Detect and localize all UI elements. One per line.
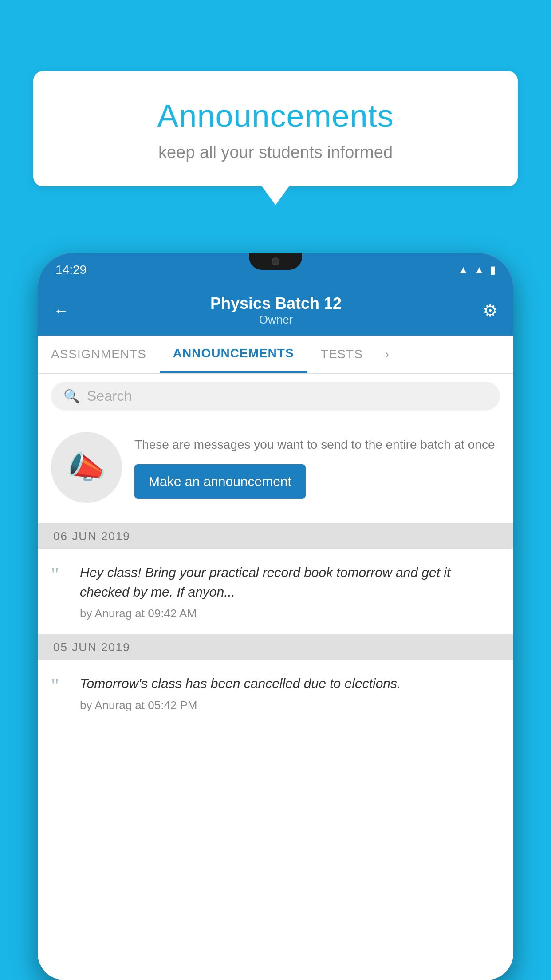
search-placeholder: Search bbox=[87, 388, 132, 404]
tab-assignments[interactable]: ASSIGNMENTS bbox=[38, 336, 160, 372]
announcement-text-block-1: Hey class! Bring your practical record b… bbox=[80, 563, 500, 620]
promo-icon-circle: 📣 bbox=[51, 432, 122, 503]
phone-frame: 14:29 ▲ ▲ ▮ ← Physics Batch 12 Owner ⚙ A… bbox=[38, 253, 513, 980]
promo-right: These are messages you want to send to t… bbox=[134, 436, 500, 498]
tabs-bar: ASSIGNMENTS ANNOUNCEMENTS TESTS › bbox=[38, 336, 513, 374]
quote-icon-2: " bbox=[51, 676, 71, 695]
search-bar: 🔍 Search bbox=[38, 374, 513, 419]
speech-bubble: Announcements keep all your students inf… bbox=[33, 71, 518, 186]
tabs-more[interactable]: › bbox=[376, 336, 398, 372]
make-announcement-button[interactable]: Make an announcement bbox=[134, 464, 306, 499]
settings-icon[interactable]: ⚙ bbox=[483, 301, 498, 320]
search-icon: 🔍 bbox=[63, 388, 80, 404]
notch bbox=[249, 253, 302, 270]
bubble-subtitle: keep all your students informed bbox=[55, 143, 496, 162]
megaphone-icon: 📣 bbox=[67, 449, 106, 486]
quote-icon-1: " bbox=[51, 565, 71, 585]
date-separator-june6: 06 JUN 2019 bbox=[38, 523, 513, 549]
announcement-meta-2: by Anurag at 05:42 PM bbox=[80, 699, 500, 712]
tab-announcements[interactable]: ANNOUNCEMENTS bbox=[160, 336, 307, 373]
batch-title: Physics Batch 12 bbox=[210, 294, 342, 313]
status-icons: ▲ ▲ ▮ bbox=[458, 264, 496, 276]
header-title-block: Physics Batch 12 Owner bbox=[210, 294, 342, 327]
announcement-text-1: Hey class! Bring your practical record b… bbox=[80, 563, 500, 601]
announcement-item-2: " Tomorrow's class has been cancelled du… bbox=[38, 660, 513, 726]
back-button[interactable]: ← bbox=[53, 301, 69, 320]
search-field[interactable]: 🔍 Search bbox=[51, 382, 500, 411]
status-bar: 14:29 ▲ ▲ ▮ bbox=[38, 253, 513, 286]
signal-icon: ▲ bbox=[474, 264, 484, 276]
tab-tests[interactable]: TESTS bbox=[307, 336, 376, 372]
promo-description: These are messages you want to send to t… bbox=[134, 436, 500, 453]
wifi-icon: ▲ bbox=[458, 264, 468, 276]
announcement-text-2: Tomorrow's class has been cancelled due … bbox=[80, 674, 500, 693]
announcement-meta-1: by Anurag at 09:42 AM bbox=[80, 607, 500, 620]
announcement-item-1: " Hey class! Bring your practical record… bbox=[38, 549, 513, 634]
promo-card: 📣 These are messages you want to send to… bbox=[38, 419, 513, 521]
bubble-title: Announcements bbox=[55, 98, 496, 134]
status-time: 14:29 bbox=[55, 263, 87, 277]
battery-icon: ▮ bbox=[490, 264, 496, 276]
app-header: ← Physics Batch 12 Owner ⚙ bbox=[38, 286, 513, 336]
notch-camera bbox=[272, 257, 279, 265]
announcement-text-block-2: Tomorrow's class has been cancelled due … bbox=[80, 674, 500, 712]
date-separator-june5: 05 JUN 2019 bbox=[38, 634, 513, 660]
owner-label: Owner bbox=[210, 313, 342, 327]
